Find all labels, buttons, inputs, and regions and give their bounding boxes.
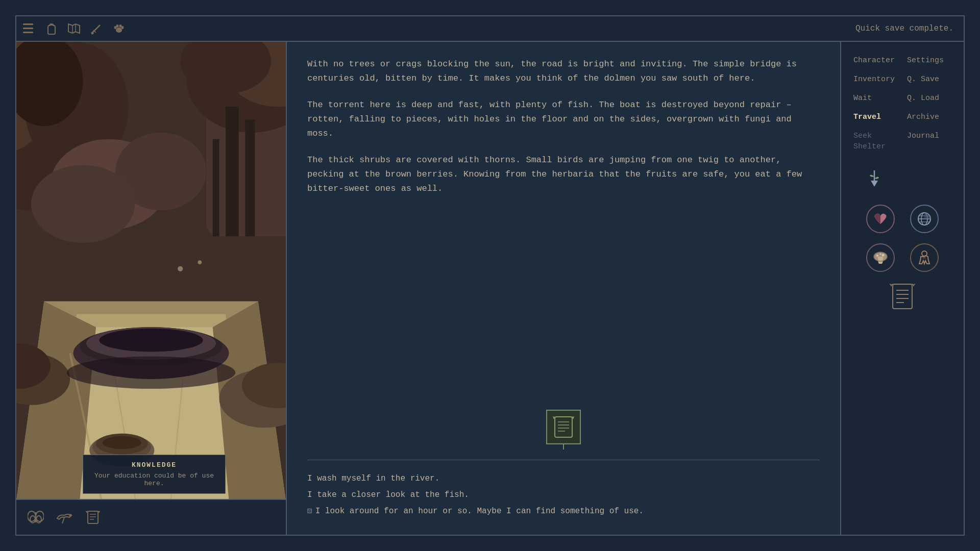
menu-icon[interactable]: [21, 21, 37, 36]
svg-rect-20: [213, 139, 219, 237]
svg-point-39: [99, 329, 203, 352]
menu-inventory[interactable]: Inventory: [851, 71, 900, 88]
action-wash[interactable]: I wash myself in the river.: [307, 470, 820, 487]
svg-rect-18: [226, 107, 238, 236]
svg-point-77: [882, 254, 885, 257]
top-bar: Quick save complete.: [16, 16, 964, 42]
dice-icon: ⚄: [307, 507, 312, 516]
plant-arrow-icon: [862, 165, 887, 194]
action-options: I wash myself in the river. I take a clo…: [307, 470, 820, 519]
svg-point-76: [876, 255, 878, 257]
knowledge-description: Your education could be of use here.: [91, 472, 217, 487]
butterfly-icon[interactable]: [27, 508, 45, 527]
right-panel: Character Settings Inventory Q. Save Wai…: [841, 42, 964, 535]
health-icon[interactable]: [866, 205, 895, 233]
plant-icon-area: [851, 165, 953, 194]
menu-quicksave[interactable]: Q. Save: [905, 71, 953, 88]
menu-character[interactable]: Character: [851, 52, 900, 69]
status-row-1: [866, 205, 939, 233]
paw-icon[interactable]: [111, 21, 127, 36]
action-look[interactable]: ⚄I look around for an hour or so. Maybe …: [307, 503, 820, 519]
svg-point-50: [67, 356, 235, 389]
knowledge-scroll-icon[interactable]: [546, 410, 581, 444]
menu-journal[interactable]: Journal: [905, 128, 953, 155]
world-icon[interactable]: [910, 205, 939, 233]
mushroom-icon[interactable]: [866, 243, 895, 272]
map-icon[interactable]: [66, 21, 82, 36]
menu-settings[interactable]: Settings: [905, 52, 953, 69]
action-fish[interactable]: I take a closer look at the fish.: [307, 487, 820, 503]
menu-wait[interactable]: Wait: [851, 90, 900, 107]
bottom-icons-bar: [16, 499, 286, 535]
menu-quickload[interactable]: Q. Load: [905, 90, 953, 107]
narrative-text: With no trees or crags blocking the sun,…: [307, 57, 820, 405]
knowledge-box: KNOWLEDGE Your education could be of use…: [83, 455, 226, 494]
svg-line-57: [62, 517, 64, 523]
svg-rect-19: [245, 120, 255, 237]
notes-icon[interactable]: [888, 282, 917, 311]
svg-point-78: [880, 254, 881, 255]
left-panel: KNOWLEDGE Your education could be of use…: [16, 42, 287, 535]
svg-rect-80: [893, 284, 912, 309]
svg-point-43: [103, 436, 141, 449]
quick-save-message: Quick save complete.: [127, 24, 959, 33]
scroll-icon-bottom[interactable]: [84, 508, 102, 527]
svg-point-79: [922, 251, 927, 256]
bird-icon[interactable]: [55, 508, 74, 527]
bag-icon[interactable]: [44, 21, 59, 36]
status-row-2: [866, 243, 939, 272]
menu-archive[interactable]: Archive: [905, 109, 953, 126]
person-star-icon[interactable]: [910, 243, 939, 272]
svg-rect-2: [23, 32, 33, 33]
top-icons: [21, 21, 127, 36]
knowledge-title: KNOWLEDGE: [91, 461, 217, 469]
svg-rect-0: [23, 23, 33, 25]
svg-point-12: [121, 26, 124, 29]
paragraph-3: The thick shrubs are covered with thorns…: [307, 153, 820, 196]
svg-point-7: [91, 32, 94, 35]
svg-point-56: [69, 514, 72, 517]
menu-seek-shelter: Seek Shelter: [851, 128, 900, 155]
svg-line-5: [92, 25, 100, 33]
menu-travel[interactable]: Travel: [851, 109, 900, 126]
svg-point-27: [31, 165, 135, 243]
svg-rect-62: [555, 417, 572, 437]
center-panel: With no trees or crags blocking the sun,…: [287, 42, 841, 535]
sword-icon[interactable]: [89, 21, 104, 36]
svg-rect-58: [88, 511, 98, 523]
svg-point-8: [116, 28, 122, 33]
menu-grid: Character Settings Inventory Q. Save Wai…: [851, 52, 953, 155]
main-content: KNOWLEDGE Your education could be of use…: [16, 42, 964, 535]
svg-marker-68: [871, 181, 878, 187]
status-icons: [851, 205, 953, 311]
game-frame: Quick save complete.: [15, 15, 965, 536]
svg-point-48: [178, 266, 183, 271]
action-divider: [307, 460, 820, 460]
svg-rect-1: [23, 28, 33, 29]
pixel-scene: KNOWLEDGE Your education could be of use…: [16, 42, 286, 535]
paragraph-1: With no trees or crags blocking the sun,…: [307, 57, 820, 86]
paragraph-2: The torrent here is deep and fast, with …: [307, 98, 820, 141]
svg-point-49: [198, 260, 202, 264]
svg-point-10: [116, 24, 119, 28]
knowledge-scroll-area: [307, 410, 820, 444]
